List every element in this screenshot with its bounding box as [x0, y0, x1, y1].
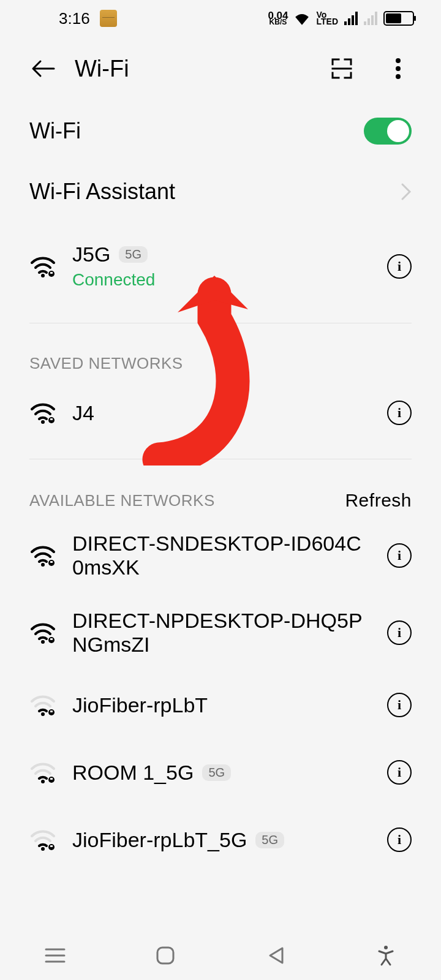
volte-indicator: VoLTED — [316, 12, 338, 25]
band-badge: 5G — [119, 246, 148, 263]
back-button[interactable] — [29, 55, 56, 82]
svg-rect-20 — [50, 778, 53, 780]
svg-point-21 — [41, 847, 45, 851]
connected-network-row[interactable]: J5G 5G Connected i — [0, 222, 441, 311]
wifi-toggle-label: Wi-Fi — [29, 118, 364, 144]
app-bar: Wi-Fi — [0, 37, 441, 100]
wifi-assistant-label: Wi-Fi Assistant — [29, 179, 401, 205]
available-network-row[interactable]: DIRECT-SNDESKTOP-ID604C0msXK i — [0, 517, 441, 594]
svg-point-12 — [41, 640, 45, 644]
divider — [29, 459, 412, 459]
available-network-name: JioFiber-rpLbT_5G — [72, 828, 247, 852]
svg-rect-23 — [50, 845, 53, 847]
available-networks-header: AVAILABLE NETWORKS Refresh — [0, 472, 441, 517]
connected-network-name: J5G — [72, 243, 110, 266]
svg-rect-14 — [50, 638, 53, 640]
signal-bars-secondary — [364, 12, 377, 25]
svg-rect-5 — [50, 272, 53, 274]
svg-rect-27 — [157, 948, 173, 963]
available-network-row[interactable]: JioFiber-rpLbT i — [0, 671, 441, 739]
network-info-button[interactable]: i — [387, 760, 412, 785]
svg-rect-11 — [50, 561, 53, 563]
svg-point-15 — [41, 712, 45, 716]
wifi-toggle-row[interactable]: Wi-Fi — [0, 100, 441, 162]
network-info-button[interactable]: i — [387, 543, 412, 568]
battery-icon — [383, 11, 414, 26]
page-title: Wi-Fi — [75, 56, 310, 82]
wifi-toggle-switch[interactable] — [364, 118, 412, 145]
saved-network-name: J4 — [72, 401, 94, 425]
nav-bar — [0, 931, 441, 980]
divider — [29, 323, 412, 323]
svg-point-9 — [41, 563, 45, 567]
available-network-row[interactable]: ROOM 1_5G 5G i — [0, 739, 441, 806]
refresh-button[interactable]: Refresh — [345, 490, 412, 511]
network-info-button[interactable]: i — [387, 254, 412, 279]
nav-home-button[interactable] — [152, 942, 179, 969]
available-network-name: DIRECT-NPDESKTOP-DHQ5PNGmsZI — [72, 609, 371, 657]
available-network-name: DIRECT-SNDESKTOP-ID604C0msXK — [72, 532, 371, 579]
network-info-button[interactable]: i — [387, 693, 412, 717]
wifi-status-icon — [294, 12, 310, 25]
svg-rect-17 — [50, 710, 53, 712]
wifi-signal-icon — [29, 402, 56, 424]
svg-point-3 — [41, 274, 45, 277]
connected-status: Connected — [72, 270, 371, 290]
band-badge: 5G — [255, 832, 284, 848]
saved-networks-header: SAVED NETWORKS — [0, 336, 441, 379]
available-network-row[interactable]: JioFiber-rpLbT_5G 5G i — [0, 806, 441, 873]
signal-bars-primary — [344, 12, 358, 25]
svg-rect-8 — [50, 418, 53, 420]
chevron-right-icon — [401, 183, 412, 201]
nav-recent-button[interactable] — [42, 942, 69, 969]
svg-point-18 — [41, 780, 45, 783]
available-network-name: ROOM 1_5G — [72, 761, 194, 785]
wifi-signal-icon — [29, 622, 56, 644]
nav-back-button[interactable] — [262, 942, 289, 969]
available-network-row[interactable]: DIRECT-NPDESKTOP-DHQ5PNGmsZI i — [0, 594, 441, 671]
overflow-menu-button[interactable] — [385, 55, 412, 82]
network-info-button[interactable]: i — [387, 620, 412, 645]
network-info-button[interactable]: i — [387, 827, 412, 852]
band-badge: 5G — [202, 764, 231, 781]
wifi-signal-icon — [29, 829, 56, 851]
wifi-signal-icon — [29, 545, 56, 567]
status-time: 3:16 — [59, 9, 90, 28]
svg-point-1 — [396, 66, 401, 71]
svg-point-2 — [396, 74, 401, 79]
wifi-signal-icon — [29, 255, 56, 277]
status-bar: 3:16 0.04KB/S VoLTED — [0, 0, 441, 37]
network-info-button[interactable]: i — [387, 401, 412, 425]
svg-point-28 — [384, 946, 388, 949]
wifi-signal-icon — [29, 694, 56, 716]
svg-point-6 — [41, 420, 45, 424]
scan-qr-button[interactable] — [328, 55, 355, 82]
available-network-name: JioFiber-rpLbT — [72, 693, 208, 717]
data-speed-indicator: 0.04KB/S — [268, 12, 288, 24]
app-notification-icon — [100, 10, 117, 27]
wifi-assistant-row[interactable]: Wi-Fi Assistant — [0, 162, 441, 222]
svg-point-0 — [396, 58, 401, 63]
saved-network-row[interactable]: J4 i — [0, 379, 441, 447]
wifi-signal-icon — [29, 761, 56, 783]
nav-accessibility-button[interactable] — [372, 942, 399, 969]
